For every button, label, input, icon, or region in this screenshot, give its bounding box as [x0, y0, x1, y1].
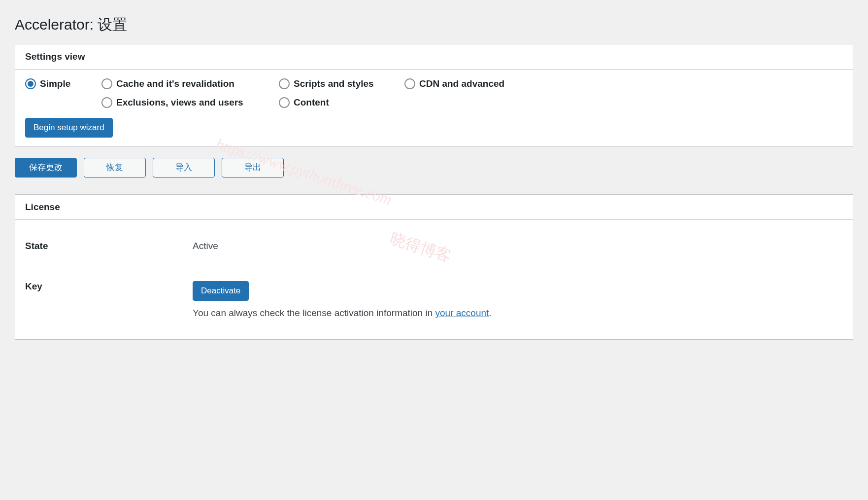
radio-label-content: Content — [294, 97, 329, 108]
radio-icon — [101, 78, 112, 89]
license-key-row: Key Deactivate You can always check the … — [25, 263, 843, 330]
radio-label-scripts: Scripts and styles — [294, 78, 374, 89]
radio-label-cache: Cache and it's revalidation — [116, 78, 234, 89]
license-desc-suffix: . — [489, 308, 491, 318]
restore-button[interactable]: 恢复 — [84, 158, 146, 178]
radio-label-simple: Simple — [40, 78, 70, 89]
settings-view-title: Settings view — [15, 44, 853, 70]
radio-exclusions[interactable]: Exclusions, views and users — [101, 97, 279, 108]
radio-icon — [404, 78, 415, 89]
state-label: State — [25, 241, 193, 251]
begin-setup-wizard-button[interactable]: Begin setup wizard — [25, 118, 113, 138]
license-title: License — [15, 195, 853, 220]
license-description: You can always check the license activat… — [193, 308, 492, 319]
key-label: Key — [25, 281, 193, 292]
license-panel: License State Active Key Deactivate You … — [15, 194, 853, 340]
radio-icon — [101, 97, 112, 108]
radio-scripts-styles[interactable]: Scripts and styles — [279, 78, 404, 89]
radio-cdn-advanced[interactable]: CDN and advanced — [404, 78, 542, 89]
radio-content[interactable]: Content — [279, 97, 404, 108]
radio-cache-revalidation[interactable]: Cache and it's revalidation — [101, 78, 279, 89]
settings-view-panel: Settings view Simple Cache and it's reva… — [15, 44, 853, 147]
import-button[interactable]: 导入 — [153, 158, 215, 178]
radio-simple[interactable]: Simple — [25, 78, 101, 89]
radio-icon — [279, 78, 290, 89]
export-button[interactable]: 导出 — [222, 158, 284, 178]
page-title: Accelerator: 设置 — [15, 15, 853, 35]
action-bar: 保存更改 恢复 导入 导出 — [15, 158, 853, 178]
radio-icon — [279, 97, 290, 108]
save-button[interactable]: 保存更改 — [15, 158, 77, 178]
deactivate-button[interactable]: Deactivate — [193, 281, 249, 301]
state-value: Active — [193, 241, 218, 251]
your-account-link[interactable]: your account — [435, 308, 489, 318]
license-desc-prefix: You can always check the license activat… — [193, 308, 435, 318]
radio-label-exclusions: Exclusions, views and users — [116, 97, 243, 108]
radio-icon — [25, 78, 36, 89]
license-state-row: State Active — [25, 229, 843, 263]
radio-label-cdn: CDN and advanced — [419, 78, 504, 89]
